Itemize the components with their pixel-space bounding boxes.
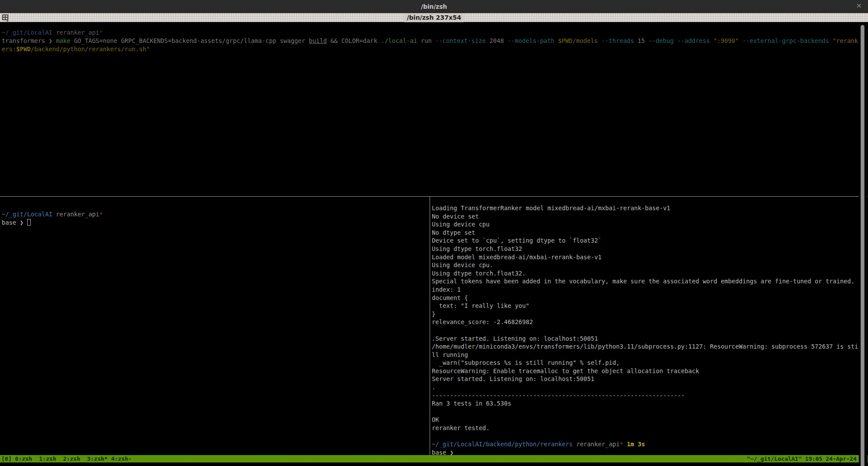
- window-grid-icon: [2, 14, 11, 21]
- text-segment: base: [2, 219, 20, 226]
- text-segment: reranker_api: [56, 29, 100, 36]
- text-segment: --context-size: [435, 37, 490, 44]
- scrollbar-thumb[interactable]: [861, 25, 864, 466]
- text-segment: $PWD/models: [558, 37, 601, 44]
- text-segment: ./local-ai: [381, 37, 421, 44]
- text-segment: && COLOR=dark: [327, 37, 381, 44]
- text-segment: --threads: [601, 37, 637, 44]
- terminal-size-bar: /bin/zsh 237x54: [0, 13, 868, 22]
- text-segment: reranker_api: [56, 211, 100, 218]
- text-segment: *: [100, 29, 103, 36]
- text-segment: build: [309, 37, 327, 44]
- text-segment: --debug: [648, 37, 677, 44]
- terminal: ~/_git/LocalAI reranker_api* transformer…: [0, 22, 868, 455]
- scrollbar-track[interactable]: [859, 22, 868, 466]
- screen: { "palette": { "titlebg": "#2b2b2b", "ti…: [0, 0, 868, 466]
- text-segment: run: [421, 37, 435, 44]
- text-segment: --address: [677, 37, 713, 44]
- text-segment: ers:: [2, 46, 16, 53]
- text-segment: transformers: [2, 37, 49, 44]
- command-line: transformers ❯ make GO_TAGS=none GRPC_BA…: [2, 37, 858, 45]
- text-segment: ~/_git/LocalAI: [2, 29, 52, 36]
- text-segment: ~/_git/LocalAI/backend/python/rerankers: [432, 441, 573, 448]
- tmux-status-right: "~/_git/LocalAI" 19:05 24-Apr-24: [747, 455, 857, 462]
- text-segment: ":9090": [713, 37, 742, 44]
- text-segment: *: [100, 211, 103, 218]
- tmux-window-list[interactable]: [0] 0:zsh 1:zsh 2:zsh 3:zsh* 4:zsh-: [1, 455, 132, 462]
- text-segment: --models-path: [508, 37, 558, 44]
- text-segment: ❯: [49, 37, 56, 44]
- terminal-size-label: /bin/zsh 237x54: [404, 13, 464, 22]
- tmux-status-bar: [0] 0:zsh 1:zsh 2:zsh 3:zsh* 4:zsh- "~/_…: [0, 455, 868, 462]
- window-title: /bin/zsh: [421, 0, 447, 13]
- pane-top[interactable]: ~/_git/LocalAI reranker_api* transformer…: [2, 28, 858, 53]
- text-segment: 15: [637, 37, 648, 44]
- pane-divider-vertical[interactable]: [430, 196, 430, 455]
- text-segment: 2048: [490, 37, 508, 44]
- text-segment: *: [620, 441, 623, 448]
- text-segment: reranker_api: [576, 441, 620, 448]
- text-segment: ~/_git/LocalAI: [2, 211, 52, 218]
- pane-bottom-left[interactable]: ~/_git/LocalAI reranker_api* base ❯: [2, 210, 423, 226]
- prompt-line: ~/_git/LocalAI reranker_api*: [2, 210, 423, 219]
- text-segment: [573, 441, 576, 448]
- text-segment: "rerank: [832, 37, 858, 44]
- text-segment: GO_TAGS=none GRPC_BACKENDS=backend-asset…: [74, 37, 309, 44]
- close-icon[interactable]: ×: [856, 1, 862, 10]
- input-line: base ❯: [2, 219, 423, 227]
- command-line-wrap: ers:$PWD/backend/python/rerankers/run.sh…: [2, 45, 858, 53]
- text-segment: make: [56, 37, 74, 44]
- text-segment: [623, 441, 627, 448]
- window-menu-icon[interactable]: [2, 14, 11, 21]
- text-segment: /backend/python/rerankers/run.sh": [31, 46, 150, 53]
- input-prompt: base ❯: [2, 219, 27, 226]
- text-cursor: [27, 219, 31, 226]
- prompt-line: ~/_git/LocalAI/backend/python/rerankers …: [432, 440, 858, 448]
- text-segment: --external-grpc-backends: [742, 37, 832, 44]
- text-segment: [52, 211, 56, 218]
- pane-divider-horizontal[interactable]: [0, 196, 868, 197]
- text-segment: [52, 29, 56, 36]
- text-segment: 1m 3s: [627, 441, 645, 448]
- prompt-line: ~/_git/LocalAI reranker_api*: [2, 28, 858, 37]
- log-output: Loading TransformerRanker model mixedbre…: [432, 204, 858, 440]
- window-titlebar[interactable]: /bin/zsh ×: [0, 0, 868, 13]
- text-segment: ❯: [20, 219, 27, 226]
- text-segment: $PWD: [16, 46, 31, 53]
- pane-bottom-right[interactable]: Loading TransformerRanker model mixedbre…: [432, 204, 858, 456]
